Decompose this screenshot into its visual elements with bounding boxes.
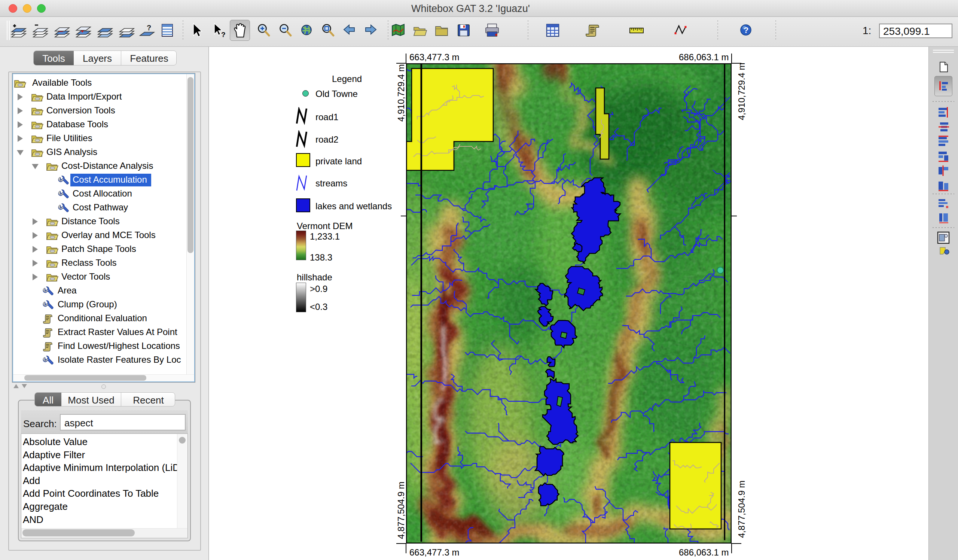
svg-text:?: ?: [147, 24, 151, 32]
svg-text:?: ?: [744, 25, 749, 35]
svg-text:?: ?: [221, 31, 226, 38]
